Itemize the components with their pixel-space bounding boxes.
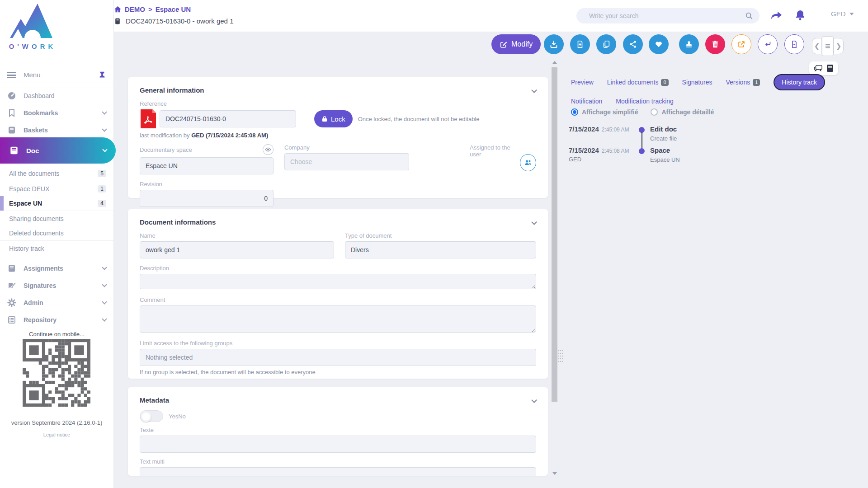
share-nodes-icon xyxy=(629,40,637,48)
tab-notification[interactable]: Notification xyxy=(571,98,602,105)
radio-label: Affichage détaillé xyxy=(661,108,714,116)
users-icon xyxy=(524,158,533,167)
assign-user-button[interactable] xyxy=(520,154,536,171)
preview-space-button[interactable] xyxy=(263,144,274,155)
legal-notice-link[interactable]: Legal notice xyxy=(0,432,113,437)
modify-button[interactable]: Modify xyxy=(491,34,541,54)
chevron-down-icon xyxy=(102,299,107,304)
download-button[interactable] xyxy=(544,34,564,54)
collapse-chevron-icon[interactable] xyxy=(531,397,537,403)
sidebar-item-doc[interactable]: Doc xyxy=(0,137,116,164)
company-input[interactable] xyxy=(284,153,409,170)
metadata-card: Metadata YesNo Texte Text multi xyxy=(128,387,548,476)
tab-versions[interactable]: Versions 1 xyxy=(726,79,760,86)
type-label: Type of document xyxy=(345,232,536,239)
user-menu[interactable]: GED xyxy=(831,10,854,18)
display-mode-radios: Affichage simplifié Affichage détaillé xyxy=(571,108,714,116)
sidebar-item-espace-un[interactable]: Espace UN 4 xyxy=(0,196,113,211)
timeline-detail: Espace UN xyxy=(650,156,680,163)
book-icon[interactable] xyxy=(826,64,834,72)
return-icon xyxy=(764,40,772,48)
next-document-button[interactable]: ❯ xyxy=(834,38,844,54)
collapse-chevron-icon[interactable] xyxy=(531,87,537,93)
mobile-hint: Continue on mobile... xyxy=(0,331,113,338)
signature-icon xyxy=(7,281,16,290)
copy-button[interactable] xyxy=(596,34,616,54)
scroll-down-arrow[interactable] xyxy=(552,472,557,475)
main-scrollbar[interactable] xyxy=(551,60,558,476)
reference-input[interactable] xyxy=(160,110,296,127)
tab-signatures[interactable]: Signatures xyxy=(682,79,712,86)
panel-resize-handle[interactable] xyxy=(558,349,563,365)
sidebar-item-deleted-documents[interactable]: Deleted documents xyxy=(0,226,113,241)
tab-preview[interactable]: Preview xyxy=(571,79,594,86)
description-label: Description xyxy=(140,265,536,272)
delete-button[interactable] xyxy=(705,34,725,54)
sidebar-item-espace-deux[interactable]: Espace DEUX 1 xyxy=(0,181,113,196)
favorite-button[interactable] xyxy=(649,34,669,54)
count-badge: 4 xyxy=(98,200,106,207)
sidebar-item-bookmarks[interactable]: Bookmarks xyxy=(0,106,113,120)
breadcrumb-current[interactable]: Espace UN xyxy=(156,5,191,13)
scroll-up-arrow[interactable] xyxy=(552,61,557,64)
sidebar-item-assignments[interactable]: Assignments xyxy=(0,261,113,276)
pin-icon[interactable] xyxy=(98,71,106,79)
collapse-chevron-icon[interactable] xyxy=(531,219,537,225)
tab-history-track[interactable]: History track xyxy=(774,74,825,90)
stamp-icon xyxy=(685,40,693,48)
panel-view-switcher xyxy=(809,61,838,75)
tab-linked-documents[interactable]: Linked documents 0 xyxy=(607,79,669,86)
upload-version-button[interactable] xyxy=(570,34,590,54)
search-icon[interactable] xyxy=(745,12,753,20)
document-list-button[interactable] xyxy=(822,36,834,56)
menu-icon[interactable] xyxy=(7,72,16,78)
book-icon xyxy=(7,264,16,273)
sub-item-label: Deleted documents xyxy=(9,230,106,237)
sidebar-item-all-documents[interactable]: All the documents 5 xyxy=(0,166,113,181)
documentary-space-input[interactable] xyxy=(140,157,274,174)
name-input[interactable] xyxy=(140,241,334,258)
sidebar-item-history-track[interactable]: History track xyxy=(0,241,113,256)
share-button[interactable] xyxy=(623,34,643,54)
general-information-card: General information Reference Lock Once … xyxy=(128,77,548,198)
home-icon[interactable] xyxy=(114,5,122,13)
texte-label: Texte xyxy=(140,427,536,433)
breadcrumb-home[interactable]: DEMO xyxy=(125,5,145,13)
radio-affichage-detaille[interactable]: Affichage détaillé xyxy=(651,108,714,116)
stamp-button[interactable] xyxy=(679,34,699,54)
copy-icon xyxy=(602,40,610,48)
chat-icon[interactable] xyxy=(814,64,823,72)
scrollbar-thumb[interactable] xyxy=(552,67,557,402)
type-of-document-input[interactable] xyxy=(345,241,536,258)
chevron-down-icon xyxy=(102,265,107,270)
forward-icon[interactable] xyxy=(770,9,783,22)
yesno-toggle[interactable] xyxy=(140,410,163,422)
groups-select[interactable]: Nothing selected xyxy=(140,349,536,366)
prev-document-button[interactable]: ❮ xyxy=(812,38,822,54)
sidebar-item-dashboard[interactable]: Dashboard xyxy=(0,89,113,103)
sidebar-item-repository[interactable]: Repository xyxy=(0,313,113,327)
sidebar-item-signatures[interactable]: Signatures xyxy=(0,278,113,293)
lock-button[interactable]: Lock xyxy=(314,110,353,127)
open-external-button[interactable] xyxy=(731,34,751,54)
sidebar-item-admin[interactable]: Admin xyxy=(0,296,113,310)
bookmark-icon xyxy=(7,108,16,117)
tab-modification-tracking[interactable]: Modification tracking xyxy=(616,98,674,105)
sidebar-item-label: Repository xyxy=(24,316,103,324)
search-input[interactable] xyxy=(589,12,745,19)
revision-input[interactable] xyxy=(140,190,274,207)
timeline-date: 7/15/2024 xyxy=(569,146,599,154)
comment-textarea[interactable] xyxy=(140,305,536,333)
sidebar-item-sharing-documents[interactable]: Sharing documents xyxy=(0,211,113,226)
texte-input[interactable] xyxy=(140,436,536,453)
book-icon xyxy=(114,18,121,25)
text-multi-textarea[interactable] xyxy=(140,467,536,476)
bell-icon[interactable] xyxy=(794,9,807,22)
edit-icon xyxy=(500,40,508,48)
description-textarea[interactable] xyxy=(140,274,536,289)
document-button[interactable] xyxy=(784,34,804,54)
return-button[interactable] xyxy=(758,34,778,54)
radio-affichage-simplifie[interactable]: Affichage simplifié xyxy=(571,108,638,116)
chevron-down-icon xyxy=(102,282,107,287)
sidebar-item-baskets[interactable]: Baskets xyxy=(0,123,113,137)
